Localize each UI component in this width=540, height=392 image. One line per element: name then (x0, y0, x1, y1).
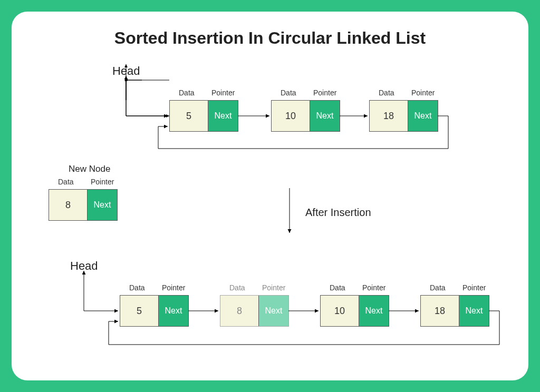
after-node-2: 10 Next (320, 295, 389, 327)
node-data: 5 (170, 101, 208, 131)
ptr-label: Pointer (211, 89, 235, 97)
after-node-1-inserted: 8 Next (220, 295, 289, 327)
node-next: Next (208, 101, 238, 131)
node-data: 18 (421, 296, 459, 326)
ptr-label: Pointer (91, 178, 114, 186)
data-label: Data (179, 89, 195, 97)
node-data: 18 (370, 101, 408, 131)
head-label-after: Head (70, 259, 98, 273)
data-label: Data (430, 283, 446, 292)
node-next: Next (87, 190, 117, 220)
node-data: 10 (272, 101, 310, 131)
after-node-3: 18 Next (420, 295, 489, 327)
data-label: Data (330, 283, 345, 292)
diagram-title: Sorted Insertion In Circular Linked List (12, 28, 528, 48)
data-label: Data (281, 89, 296, 97)
data-label: Data (379, 89, 394, 97)
node-data: 5 (120, 296, 158, 326)
ptr-label: Pointer (411, 89, 435, 97)
data-label: Data (129, 283, 145, 292)
node-next: Next (258, 296, 288, 326)
data-label: Data (229, 283, 245, 292)
node-data: 8 (49, 190, 87, 220)
node-next: Next (359, 296, 389, 326)
node-data: 10 (321, 296, 359, 326)
ptr-label: Pointer (262, 283, 285, 292)
before-node-0: 5 Next (169, 100, 238, 132)
outer-frame: Sorted Insertion In Circular Linked List… (0, 0, 540, 392)
before-node-1: 10 Next (271, 100, 340, 132)
ptr-label: Pointer (362, 283, 385, 292)
after-insertion-label: After Insertion (305, 207, 371, 219)
new-node-label: New Node (69, 164, 110, 174)
node-data: 8 (220, 296, 258, 326)
node-next: Next (310, 101, 340, 131)
ptr-label: Pointer (462, 283, 486, 292)
after-node-0: 5 Next (120, 295, 189, 327)
node-next: Next (158, 296, 188, 326)
new-node: 8 Next (49, 189, 118, 221)
ptr-label: Pointer (162, 283, 185, 292)
diagram-canvas: Sorted Insertion In Circular Linked List… (12, 12, 528, 380)
node-next: Next (459, 296, 489, 326)
head-label-before: Head (112, 64, 140, 78)
data-label: Data (58, 178, 74, 186)
ptr-label: Pointer (313, 89, 336, 97)
before-node-2: 18 Next (369, 100, 438, 132)
node-next: Next (408, 101, 438, 131)
